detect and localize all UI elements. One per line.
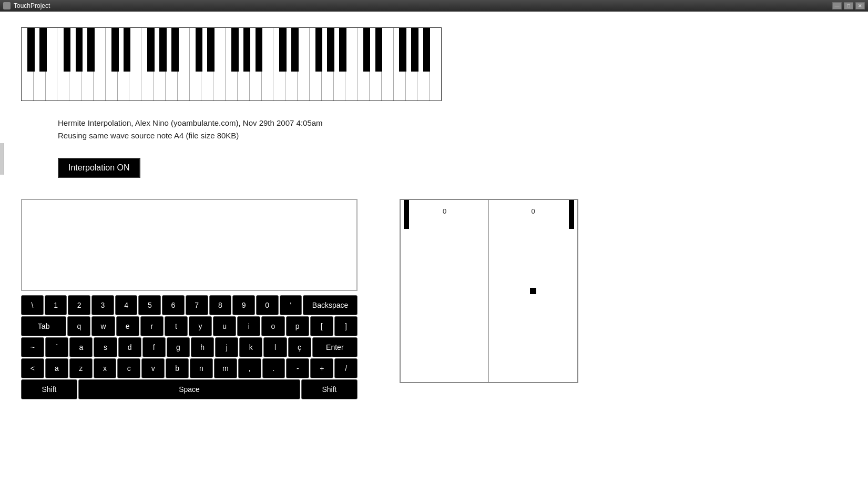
black-key[interactable] [243, 28, 251, 72]
keyboard-key[interactable]: h [191, 337, 214, 357]
keyboard-key[interactable]: u [213, 316, 236, 336]
white-key[interactable] [213, 28, 226, 100]
keyboard-key[interactable]: - [286, 358, 309, 378]
black-key[interactable] [111, 28, 119, 72]
black-key[interactable] [339, 28, 346, 72]
black-key[interactable] [327, 28, 334, 72]
keyboard-key[interactable]: 0 [256, 295, 279, 315]
keyboard-key[interactable]: 8 [209, 295, 232, 315]
keyboard-key[interactable]: Space [78, 379, 300, 399]
keyboard-key[interactable]: i [237, 316, 260, 336]
keyboard-key[interactable]: 6 [162, 295, 185, 315]
keyboard-key[interactable]: ' [280, 295, 302, 315]
keyboard-key[interactable]: + [310, 358, 333, 378]
white-key[interactable] [382, 28, 394, 100]
keyboard-key[interactable]: ç [288, 337, 311, 357]
keyboard-key[interactable]: k [239, 337, 262, 357]
black-key[interactable] [39, 28, 47, 72]
keyboard-key[interactable]: 5 [138, 295, 161, 315]
black-key[interactable] [279, 28, 287, 72]
white-key[interactable] [430, 28, 441, 100]
keyboard-key[interactable]: c [117, 358, 140, 378]
keyboard-row: Tabqwertyuiop[] [21, 316, 358, 336]
app-icon [3, 2, 11, 9]
black-key[interactable] [64, 28, 71, 72]
keyboard-key[interactable]: x [94, 358, 117, 378]
keyboard-key[interactable]: q [67, 316, 90, 336]
black-key[interactable] [124, 28, 131, 72]
keyboard-key[interactable]: n [190, 358, 213, 378]
black-key[interactable] [27, 28, 35, 72]
keyboard-key[interactable]: v [141, 358, 165, 378]
minimize-button[interactable]: — [832, 2, 842, 9]
keyboard-key[interactable]: o [261, 316, 284, 336]
keyboard-key[interactable]: < [21, 358, 44, 378]
keyboard-key[interactable]: p [286, 316, 309, 336]
black-key[interactable] [256, 28, 263, 72]
keyboard-key[interactable]: z [69, 358, 93, 378]
black-key[interactable] [315, 28, 323, 72]
black-key[interactable] [159, 28, 167, 72]
keyboard-key[interactable]: d [118, 337, 141, 357]
black-key[interactable] [363, 28, 371, 72]
keyboard-key[interactable]: 7 [186, 295, 208, 315]
keyboard-key[interactable]: 3 [91, 295, 114, 315]
black-key[interactable] [87, 28, 95, 72]
keyboard-key[interactable]: . [262, 358, 285, 378]
keyboard-key[interactable]: g [167, 337, 190, 357]
keyboard-key[interactable]: [ [310, 316, 333, 336]
keyboard-row: ShiftSpaceShift [21, 379, 358, 399]
keyboard-key[interactable]: b [166, 358, 189, 378]
keyboard-key[interactable]: ~ [21, 337, 44, 357]
keyboard-key[interactable]: e [116, 316, 139, 336]
keyboard-key[interactable]: l [263, 337, 287, 357]
keyboard-key[interactable]: s [94, 337, 117, 357]
white-key[interactable] [262, 28, 274, 100]
interpolation-button[interactable]: Interpolation ON [58, 158, 140, 178]
keyboard-key[interactable]: , [238, 358, 261, 378]
keyboard-key[interactable]: 1 [45, 295, 67, 315]
keyboard-key[interactable]: 9 [232, 295, 255, 315]
keyboard-key[interactable]: f [142, 337, 166, 357]
white-key[interactable] [178, 28, 190, 100]
black-key[interactable] [196, 28, 203, 72]
black-key[interactable] [147, 28, 155, 72]
keyboard-key[interactable]: Shift [21, 379, 77, 399]
white-key[interactable] [345, 28, 358, 100]
piano-keyboard[interactable] [21, 27, 442, 101]
keyboard-key[interactable]: r [140, 316, 164, 336]
keyboard-key[interactable]: a [45, 358, 68, 378]
keyboard-key[interactable]: Tab [21, 316, 66, 336]
black-key[interactable] [375, 28, 383, 72]
text-input[interactable] [22, 200, 356, 290]
white-key[interactable] [46, 28, 58, 100]
black-key[interactable] [76, 28, 83, 72]
black-key[interactable] [207, 28, 215, 72]
white-key[interactable] [94, 28, 106, 100]
keyboard-key[interactable]: y [189, 316, 212, 336]
keyboard-key[interactable]: t [165, 316, 188, 336]
keyboard-key[interactable]: j [215, 337, 238, 357]
keyboard-key[interactable]: \ [21, 295, 44, 315]
keyboard-key[interactable]: 2 [68, 295, 90, 315]
black-key[interactable] [411, 28, 418, 72]
close-button[interactable]: ✕ [855, 2, 865, 9]
keyboard-key[interactable]: ´ [45, 337, 68, 357]
white-key[interactable] [298, 28, 310, 100]
black-key[interactable] [423, 28, 431, 72]
keyboard-key[interactable]: Backspace [303, 295, 358, 315]
maximize-button[interactable]: □ [844, 2, 853, 9]
keyboard-key[interactable]: w [91, 316, 115, 336]
keyboard-key[interactable]: Enter [312, 337, 358, 357]
keyboard-key[interactable]: 4 [115, 295, 138, 315]
keyboard-key[interactable]: Shift [301, 379, 358, 399]
keyboard-key[interactable]: a [69, 337, 93, 357]
black-key[interactable] [291, 28, 299, 72]
keyboard-key[interactable]: m [214, 358, 237, 378]
black-key[interactable] [171, 28, 179, 72]
black-key[interactable] [399, 28, 406, 72]
white-key[interactable] [129, 28, 141, 100]
keyboard-key[interactable]: / [334, 358, 358, 378]
keyboard-key[interactable]: ] [334, 316, 358, 336]
black-key[interactable] [231, 28, 239, 72]
